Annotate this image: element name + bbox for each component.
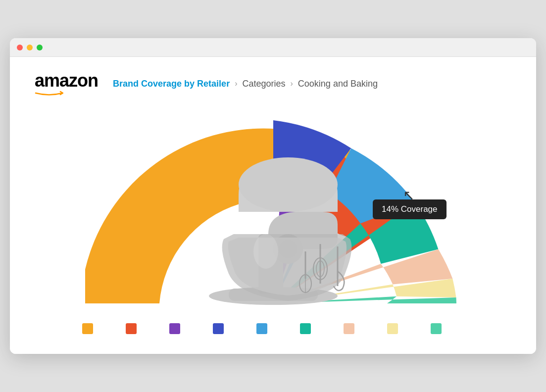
legend-item-6 (344, 323, 377, 334)
legend-color-teal (300, 323, 311, 334)
amazon-logo: amazon (35, 72, 98, 96)
legend-item-4 (256, 323, 290, 334)
donut-chart: 14% Coverage ↖ (85, 110, 461, 308)
legend-item-1 (126, 323, 159, 334)
legend-color-red (126, 323, 137, 334)
legend-color-yellow (387, 323, 398, 334)
legend-color-mint (431, 323, 442, 334)
main-content: amazon Brand Coverage by Retailer › Cate… (10, 57, 536, 354)
legend-item-2 (169, 323, 203, 334)
breadcrumb-item-1[interactable]: Brand Coverage by Retailer (113, 79, 230, 89)
legend-color-peach (344, 323, 354, 334)
legend-color-blue (213, 323, 224, 334)
cursor-icon: ↖ (403, 187, 414, 203)
legend-item-3 (213, 323, 247, 334)
titlebar (10, 38, 536, 57)
svg-point-4 (239, 157, 338, 212)
legend-item-0 (82, 323, 116, 334)
legend-color-lightblue (256, 323, 267, 334)
close-button[interactable] (17, 45, 23, 50)
breadcrumb-sep-2: › (291, 79, 293, 88)
legend-item-8 (431, 323, 464, 334)
amazon-logo-text: amazon (35, 72, 98, 90)
product-image (169, 120, 377, 308)
legend-color-purple (169, 323, 180, 334)
amazon-arrow-icon (35, 91, 63, 96)
chart-legend (77, 323, 469, 334)
svg-point-7 (253, 234, 278, 269)
breadcrumb-item-3[interactable]: Cooking and Baking (298, 79, 378, 89)
breadcrumb-sep-1: › (235, 79, 237, 88)
breadcrumb-item-2[interactable]: Categories (242, 79, 285, 89)
app-window: amazon Brand Coverage by Retailer › Cate… (10, 38, 536, 354)
breadcrumb: Brand Coverage by Retailer › Categories … (113, 79, 378, 89)
maximize-button[interactable] (37, 45, 43, 50)
legend-color-orange (82, 323, 93, 334)
legend-item-7 (387, 323, 421, 334)
header: amazon Brand Coverage by Retailer › Cate… (35, 72, 511, 96)
legend-item-5 (300, 323, 334, 334)
chart-area: 14% Coverage ↖ (35, 110, 511, 334)
minimize-button[interactable] (27, 45, 33, 50)
